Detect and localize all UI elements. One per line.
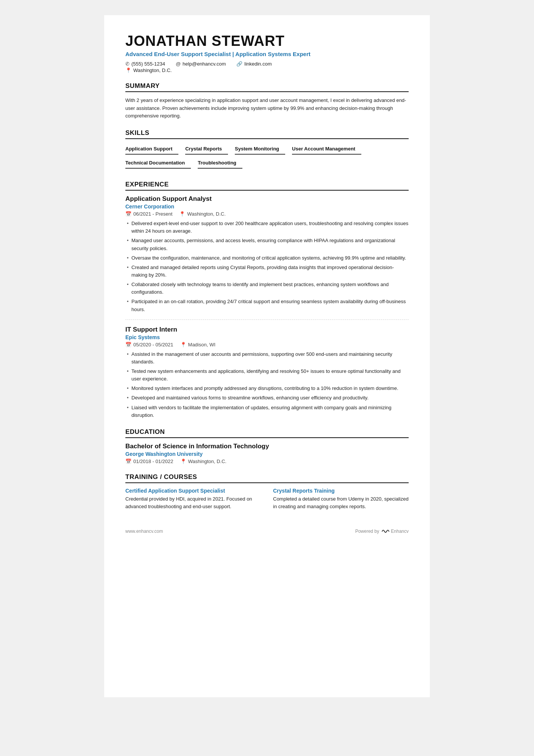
company-name-0: Cerner Corporation — [125, 203, 409, 210]
enhancv-icon — [381, 529, 390, 534]
summary-section: SUMMARY With 2 years of experience speci… — [125, 82, 409, 120]
skill-item: System Monitoring — [235, 144, 285, 155]
bullet-item: Participated in an on-call rotation, pro… — [125, 298, 409, 313]
skill-item: Application Support — [125, 144, 178, 155]
job-title-0: Application Support Analyst — [125, 195, 409, 203]
company-name-1: Epic Systems — [125, 334, 409, 340]
skills-grid: Application Support Crystal Reports Syst… — [125, 144, 409, 172]
job-bullets-0: Delivered expert-level end-user support … — [125, 220, 409, 313]
skill-item: User Account Management — [292, 144, 361, 155]
linkedin-contact: 🔗 linkedin.com — [236, 61, 272, 67]
email-contact: @ help@enhancv.com — [176, 61, 226, 67]
training-item-1: Crystal Reports Training Completed a det… — [273, 488, 409, 510]
job-meta-1: 📅 05/2020 - 05/2021 📍 Madison, WI — [125, 342, 409, 347]
bullet-item: Oversaw the configuration, maintenance, … — [125, 254, 409, 262]
edu-degree: Bachelor of Science in Information Techn… — [125, 443, 409, 450]
training-section: TRAINING / COURSES Certified Application… — [125, 473, 409, 510]
job-entry-1: IT Support Intern Epic Systems 📅 05/2020… — [125, 326, 409, 419]
experience-divider — [125, 319, 409, 320]
location-icon: 📍 — [125, 67, 131, 73]
candidate-title: Advanced End-User Support Specialist | A… — [125, 51, 409, 57]
edu-location: 📍 Washington, D.C. — [180, 459, 226, 464]
skills-title: SKILLS — [125, 129, 409, 139]
job-meta-0: 📅 06/2021 - Present 📍 Washington, D.C. — [125, 211, 409, 217]
calendar-icon-1: 📅 — [125, 342, 131, 347]
edu-school: George Washington University — [125, 451, 409, 457]
education-title: EDUCATION — [125, 428, 409, 438]
training-title-1: Crystal Reports Training — [273, 488, 409, 494]
job-date-1: 📅 05/2020 - 05/2021 — [125, 342, 173, 347]
bullet-item: Developed and maintained various forms t… — [125, 394, 409, 402]
training-desc-0: Credential provided by HDI, acquired in … — [125, 495, 261, 510]
bullet-item: Monitored system interfaces and promptly… — [125, 385, 409, 392]
footer: www.enhancv.com Powered by Enhancv — [125, 529, 409, 534]
training-desc-1: Completed a detailed course from Udemy i… — [273, 495, 409, 510]
training-grid: Certified Application Support Specialist… — [125, 488, 409, 510]
email-icon: @ — [176, 61, 181, 67]
bullet-item: Managed user accounts, permissions, and … — [125, 237, 409, 252]
footer-website: www.enhancv.com — [125, 529, 163, 534]
bullet-item: Liaised with vendors to facilitate the i… — [125, 404, 409, 419]
skill-item: Crystal Reports — [185, 144, 228, 155]
job-bullets-1: Assisted in the management of user accou… — [125, 351, 409, 419]
candidate-name: JONATHAN STEWART — [125, 33, 409, 49]
enhancv-logo: Enhancv — [381, 529, 409, 534]
phone-icon: ✆ — [125, 61, 130, 67]
experience-title: EXPERIENCE — [125, 181, 409, 191]
location-icon-0: 📍 — [179, 211, 185, 217]
bullet-item: Collaborated closely with technology tea… — [125, 281, 409, 296]
summary-title: SUMMARY — [125, 82, 409, 92]
location-icon-1: 📍 — [180, 342, 186, 347]
skills-section: SKILLS Application Support Crystal Repor… — [125, 129, 409, 172]
skill-item: Troubleshooting — [198, 158, 242, 169]
job-date-0: 📅 06/2021 - Present — [125, 211, 172, 217]
training-item-0: Certified Application Support Specialist… — [125, 488, 261, 510]
training-title: TRAINING / COURSES — [125, 473, 409, 483]
skill-item: Technical Documentation — [125, 158, 191, 169]
calendar-icon-0: 📅 — [125, 211, 131, 217]
job-entry-0: Application Support Analyst Cerner Corpo… — [125, 195, 409, 313]
footer-brand: Powered by Enhancv — [355, 529, 409, 534]
job-location-1: 📍 Madison, WI — [180, 342, 215, 347]
bullet-item: Tested new system enhancements and appli… — [125, 368, 409, 383]
training-title-0: Certified Application Support Specialist — [125, 488, 261, 494]
location-contact: 📍 Washington, D.C. — [125, 67, 172, 73]
calendar-icon-edu: 📅 — [125, 459, 131, 464]
linkedin-icon: 🔗 — [236, 61, 242, 67]
bullet-item: Assisted in the management of user accou… — [125, 351, 409, 366]
summary-text: With 2 years of experience specializing … — [125, 97, 409, 120]
header: JONATHAN STEWART Advanced End-User Suppo… — [125, 33, 409, 73]
edu-date: 📅 01/2018 - 01/2022 — [125, 459, 173, 464]
contact-row: ✆ (555) 555-1234 @ help@enhancv.com 🔗 li… — [125, 61, 409, 67]
location-icon-edu: 📍 — [180, 459, 186, 464]
job-title-1: IT Support Intern — [125, 326, 409, 333]
location-row: 📍 Washington, D.C. — [125, 67, 409, 73]
job-location-0: 📍 Washington, D.C. — [179, 211, 225, 217]
experience-section: EXPERIENCE Application Support Analyst C… — [125, 181, 409, 419]
bullet-item: Delivered expert-level end-user support … — [125, 220, 409, 235]
resume-document: JONATHAN STEWART Advanced End-User Suppo… — [104, 15, 430, 697]
bullet-item: Created and managed detailed reports usi… — [125, 264, 409, 279]
education-section: EDUCATION Bachelor of Science in Informa… — [125, 428, 409, 464]
phone-contact: ✆ (555) 555-1234 — [125, 61, 165, 67]
edu-meta: 📅 01/2018 - 01/2022 📍 Washington, D.C. — [125, 459, 409, 464]
